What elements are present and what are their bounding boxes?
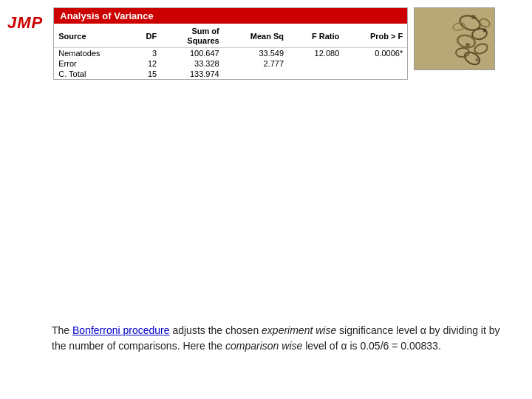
row3-fratio xyxy=(288,69,344,79)
row2-df: 12 xyxy=(131,58,161,69)
bottom-text-section: The Bonferroni procedure adjusts the cho… xyxy=(52,323,502,355)
table-row: Error 12 33.328 2.777 xyxy=(54,58,407,69)
row2-source: Error xyxy=(54,58,131,69)
text-part4: level of α is 0.05/6 = 0.00833. xyxy=(302,340,441,352)
row3-source: C. Total xyxy=(54,69,131,79)
col-fratio-header: F Ratio xyxy=(288,24,344,48)
row1-sumsq: 100.647 xyxy=(161,48,224,59)
anova-table: Source DF Sum of Squares Mean Sq F Ratio… xyxy=(54,24,407,79)
row3-sumsq: 133.974 xyxy=(161,69,224,79)
svg-point-12 xyxy=(476,58,480,62)
row3-meansq xyxy=(224,69,288,79)
page-container: JMP Analysis of Variance Source DF Sum o… xyxy=(0,0,532,399)
top-section: JMP Analysis of Variance Source DF Sum o… xyxy=(0,0,532,80)
col-sumsq-header: Sum of Squares xyxy=(161,24,224,48)
jmp-logo: JMP xyxy=(7,13,43,33)
row2-meansq: 2.777 xyxy=(224,58,288,69)
italic-experiment-wise: experiment wise xyxy=(262,324,336,336)
table-row: Nematodes 3 100.647 33.549 12.080 0.0006… xyxy=(54,48,407,59)
svg-rect-0 xyxy=(415,8,495,70)
text-part1: The xyxy=(52,324,72,336)
row2-fratio xyxy=(288,58,344,69)
svg-point-11 xyxy=(466,43,470,47)
row2-prob xyxy=(344,58,407,69)
row1-fratio: 12.080 xyxy=(288,48,344,59)
row1-df: 3 xyxy=(131,48,161,59)
row3-prob xyxy=(344,69,407,79)
bonferroni-link[interactable]: Bonferroni procedure xyxy=(72,324,170,336)
table-row: C. Total 15 133.974 xyxy=(54,69,407,79)
anova-box: Analysis of Variance Source DF Sum of Sq… xyxy=(53,7,408,80)
row1-prob: 0.0006* xyxy=(344,48,407,59)
svg-point-10 xyxy=(483,29,487,33)
anova-title: Analysis of Variance xyxy=(54,8,407,24)
row1-meansq: 33.549 xyxy=(224,48,288,59)
row2-sumsq: 33.328 xyxy=(161,58,224,69)
italic-comparison-wise: comparison wise xyxy=(225,340,302,352)
row1-source: Nematodes xyxy=(54,48,131,59)
svg-point-9 xyxy=(471,15,476,19)
col-prob-header: Prob > F xyxy=(344,24,407,48)
col-meansq-header: Mean Sq xyxy=(224,24,288,48)
nematode-image xyxy=(414,7,495,70)
col-df-header: DF xyxy=(131,24,161,48)
col-source-header: Source xyxy=(54,24,131,48)
row3-df: 15 xyxy=(131,69,161,79)
text-part2: adjusts the chosen xyxy=(170,324,262,336)
